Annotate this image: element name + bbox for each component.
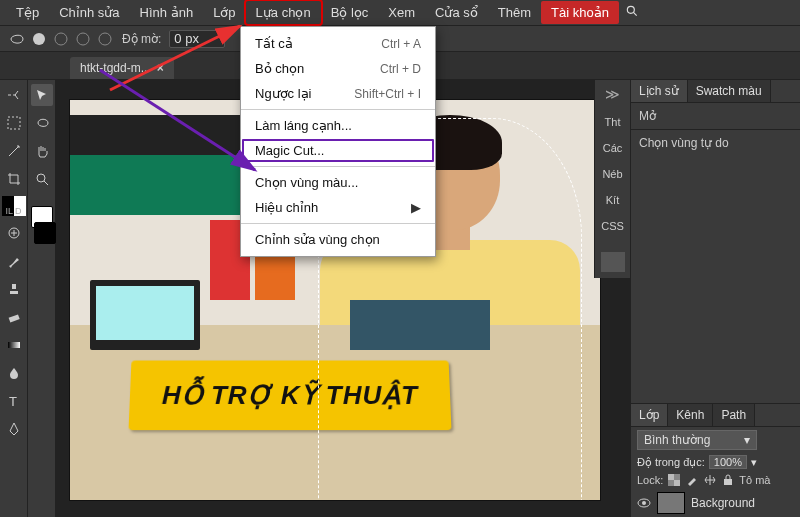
svg-rect-15 <box>674 480 680 486</box>
history-item-lasso[interactable]: Chọn vùng tự do <box>631 130 800 156</box>
menu-magic-cut[interactable]: Magic Cut... <box>241 138 435 163</box>
brush-icon[interactable] <box>3 250 25 272</box>
svg-point-2 <box>33 33 45 45</box>
visibility-icon[interactable] <box>637 496 651 510</box>
mini-thumbnail[interactable] <box>601 252 625 272</box>
menu-view[interactable]: Xem <box>378 1 425 24</box>
gradient-icon[interactable] <box>3 334 25 356</box>
move-tool-icon[interactable] <box>31 84 53 106</box>
lock-label: Lock: <box>637 474 663 486</box>
menubar: Tệp Chỉnh sửa Hình ảnh Lớp Lựa chọn Bộ l… <box>0 0 800 26</box>
mini-tab-4[interactable]: CSS <box>601 220 624 232</box>
swatches-tab[interactable]: Swatch màu <box>688 80 771 102</box>
history-tab[interactable]: Lịch sử <box>631 80 688 102</box>
svg-rect-16 <box>724 479 732 485</box>
menu-select[interactable]: Lựa chọn <box>246 1 321 24</box>
menu-feather[interactable]: Làm láng cạnh... <box>241 113 435 138</box>
menu-layer[interactable]: Lớp <box>203 1 245 24</box>
lasso-mag-icon[interactable] <box>52 30 70 48</box>
mini-tab-2[interactable]: Néb <box>602 168 622 180</box>
marquee-icon[interactable] <box>3 112 25 134</box>
lasso-option-icon[interactable] <box>74 30 92 48</box>
opacity-value[interactable]: 100% <box>709 455 747 469</box>
menu-more[interactable]: Thêm <box>488 1 541 24</box>
menu-inverse[interactable]: Ngược lạiShift+Ctrl + I <box>241 81 435 106</box>
menu-deselect[interactable]: Bỏ chọnCtrl + D <box>241 56 435 81</box>
menu-modify[interactable]: Hiệu chỉnh▶ <box>241 195 435 220</box>
blend-mode-select[interactable]: Bình thường▾ <box>637 430 757 450</box>
crop-icon[interactable] <box>3 168 25 190</box>
zoom-tool-icon[interactable] <box>31 168 53 190</box>
tool-column-main <box>28 80 56 517</box>
paths-tab[interactable]: Path <box>713 404 755 426</box>
layer-thumb <box>657 492 685 514</box>
menu-account[interactable]: Tài khoản <box>541 1 619 24</box>
history-item-open[interactable]: Mở <box>631 103 800 129</box>
filter-swatch[interactable]: IL D <box>2 196 26 216</box>
layer-name: Background <box>691 496 755 510</box>
type-icon[interactable]: T <box>3 390 25 412</box>
svg-point-0 <box>627 6 634 13</box>
svg-point-4 <box>77 33 89 45</box>
mini-tab-1[interactable]: Các <box>603 142 623 154</box>
menu-select-all[interactable]: Tất cảCtrl + A <box>241 31 435 56</box>
layers-tab[interactable]: Lớp <box>631 404 668 426</box>
lock-move-icon[interactable] <box>703 473 717 487</box>
pen-icon[interactable] <box>3 418 25 440</box>
hand-tool-icon[interactable] <box>31 140 53 162</box>
opacity-label: Độ mờ: <box>122 32 161 46</box>
lasso-option2-icon[interactable] <box>96 30 114 48</box>
mini-panel-column: ≫ Tht Các Néb Kít CSS <box>594 80 630 278</box>
svg-rect-14 <box>668 474 674 480</box>
feather-input[interactable]: 0 px <box>169 30 225 48</box>
mini-tab-0[interactable]: Tht <box>605 116 621 128</box>
svg-rect-9 <box>8 342 20 348</box>
lock-all-icon[interactable] <box>721 473 735 487</box>
select-menu-dropdown: Tất cảCtrl + A Bỏ chọnCtrl + D Ngược lại… <box>240 26 436 257</box>
layers-panel: Lớp Kênh Path Bình thường▾ Độ trong đục:… <box>631 403 800 517</box>
background-swatch[interactable] <box>34 222 56 244</box>
lock-paint-icon[interactable] <box>685 473 699 487</box>
svg-point-18 <box>642 501 646 505</box>
lock-trans-icon[interactable] <box>667 473 681 487</box>
menu-image[interactable]: Hình ảnh <box>130 1 204 24</box>
eraser-icon[interactable] <box>3 306 25 328</box>
menu-file[interactable]: Tệp <box>6 1 49 24</box>
svg-line-12 <box>44 181 48 185</box>
svg-rect-8 <box>8 314 19 322</box>
chevron-down-icon[interactable]: ▾ <box>751 456 757 469</box>
menu-color-range[interactable]: Chọn vùng màu... <box>241 170 435 195</box>
svg-point-11 <box>37 174 45 182</box>
stamp-icon[interactable] <box>3 278 25 300</box>
tool-column-left: IL D T <box>0 80 28 517</box>
menu-edit[interactable]: Chỉnh sửa <box>49 1 129 24</box>
submenu-arrow-icon: ▶ <box>411 200 421 215</box>
layer-row-background[interactable]: Background <box>631 489 800 517</box>
svg-line-1 <box>633 12 636 15</box>
lasso-free-icon[interactable] <box>8 30 26 48</box>
menu-edit-selection[interactable]: Chỉnh sửa vùng chọn <box>241 227 435 252</box>
collapse-panels-icon[interactable]: ≫ <box>605 86 620 102</box>
chevron-down-icon: ▾ <box>744 433 750 447</box>
lasso-poly-icon[interactable] <box>30 30 48 48</box>
lasso-tool-icon[interactable] <box>31 112 53 134</box>
blur-icon[interactable] <box>3 362 25 384</box>
channels-tab[interactable]: Kênh <box>668 404 713 426</box>
svg-point-5 <box>99 33 111 45</box>
menu-filter[interactable]: Bộ lọc <box>321 1 379 24</box>
document-tab[interactable]: htkt-tgdd-m... × <box>70 57 174 79</box>
menu-window[interactable]: Cửa sổ <box>425 1 488 24</box>
opacity-label: Độ trong đục: <box>637 456 705 469</box>
mini-tab-3[interactable]: Kít <box>606 194 619 206</box>
wand-icon[interactable] <box>3 140 25 162</box>
healing-icon[interactable] <box>3 222 25 244</box>
svg-text:T: T <box>9 394 17 408</box>
svg-point-3 <box>55 33 67 45</box>
close-tab-icon[interactable]: × <box>157 61 164 75</box>
search-icon[interactable] <box>625 4 639 21</box>
document-tab-label: htkt-tgdd-m... <box>80 61 151 75</box>
expand-tools-icon[interactable] <box>3 84 25 106</box>
lasso-mode-group <box>8 30 114 48</box>
right-panels: Lịch sử Swatch màu Mở Chọn vùng tự do Lớ… <box>630 80 800 517</box>
svg-rect-6 <box>8 117 20 129</box>
